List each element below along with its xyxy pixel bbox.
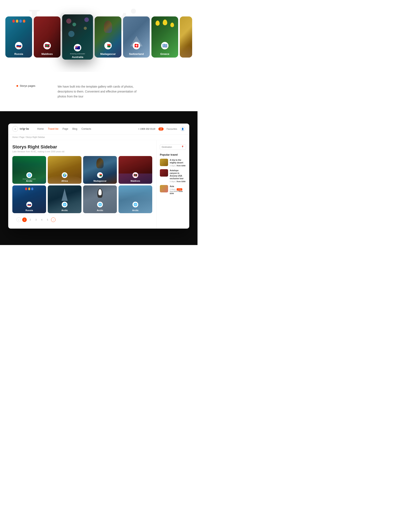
popular-days-asia: 5 days: [170, 188, 175, 190]
balloon-red: [12, 20, 15, 23]
card-flag-madagascar: 🇲🇬: [104, 42, 112, 49]
grid-label-arctic4: Arctic: [119, 209, 152, 211]
story-card-madagascar[interactable]: 🇲🇬 Madagascar: [95, 16, 121, 58]
grid-card-arctic2[interactable]: 🌐 Arctic: [48, 185, 82, 213]
grid-card-maldives[interactable]: 🇲🇻 Maldives: [119, 156, 152, 184]
story-cards-row: 🇷🇺 Russia 🇲🇻 Maldives 🇦🇺 Amazing underwa…: [0, 0, 198, 72]
nav-link-blog[interactable]: Blog: [72, 128, 77, 130]
page-2-button[interactable]: 2: [28, 217, 33, 222]
popular-item-desert: A trip to the mighty desert 5 days | fro…: [160, 159, 186, 167]
jelly-5: [68, 31, 74, 37]
search-icon: 👤: [181, 128, 184, 130]
grid-card-arctic[interactable]: 🌐 Amazing underwater Arctic: [12, 156, 46, 184]
nav-link-contacts[interactable]: Contacts: [82, 128, 91, 130]
nav-link-page[interactable]: Page: [63, 128, 68, 130]
nav-logo-icon: ⊙: [12, 126, 18, 132]
story-card-russia[interactable]: 🇷🇺 Russia: [5, 16, 32, 58]
location-pin-icon: 📍: [181, 145, 184, 149]
nav-phone: + 1909 202 0119: [138, 128, 155, 130]
popular-item-canyon: Antelope canyon in Arizona USA exclusive…: [160, 169, 186, 183]
sidebar-search-box[interactable]: 📍: [160, 144, 186, 150]
page-5-button[interactable]: 5: [45, 217, 50, 222]
destination-input[interactable]: [162, 146, 180, 148]
section-description: We have built into the template gallery …: [58, 84, 140, 99]
grid-flag-arctic2: 🌐: [62, 202, 67, 207]
story-card-maldives[interactable]: 🇲🇻 Maldives: [34, 16, 60, 58]
popular-thumb-asia: [160, 185, 168, 192]
logo-icon-text: ⊙: [14, 128, 16, 130]
hero-section: Interesting Storys 🇷🇺 Russia 🇲🇻 Maldives: [0, 0, 198, 72]
card-flag-switzerland: 🇨🇭: [133, 42, 140, 49]
story-card-greece[interactable]: 🇬🇷 Greece: [151, 16, 178, 58]
grid-flag-russia: 🇷🇺: [26, 202, 32, 207]
jelly-4: [84, 27, 87, 30]
nav-fav-badge: 14: [159, 128, 164, 130]
grid-card-arctic3[interactable]: 🌐 Arctic: [83, 185, 117, 213]
nav-link-home[interactable]: Home: [37, 128, 44, 130]
popular-travel-title: Popular travel: [160, 153, 186, 156]
card-flag-russia: 🇷🇺: [15, 42, 22, 49]
nav-link-travel[interactable]: Travel list: [48, 128, 58, 130]
page-title: Storys Right Sidebar: [12, 144, 152, 150]
card-flag-maldives: 🇲🇻: [44, 42, 51, 49]
card-label-australia: Australia: [62, 55, 93, 59]
sidebar: 📍 Popular travel A trip to the mighty de…: [156, 140, 189, 229]
story-card-switzerland[interactable]: 🇨🇭 Switzerland: [123, 16, 150, 58]
popular-days-desert: 5 days: [170, 165, 175, 167]
page-3-button[interactable]: 3: [34, 217, 38, 222]
story-card-australia[interactable]: 🇦🇺 Amazing underwater Australia: [62, 14, 93, 60]
grid-flag-arctic: 🌐: [26, 172, 32, 178]
grid-flag-maldives: 🇲🇻: [132, 172, 138, 178]
lemon-3: [163, 20, 167, 25]
iceberg-shape: [60, 188, 70, 201]
balloon-blue: [19, 20, 22, 23]
nav-search-button[interactable]: 👤: [180, 126, 185, 131]
prev-icon: ←: [18, 219, 20, 221]
popular-price-desert: from $356: [177, 165, 186, 167]
card-label-madagascar: Madagascar: [95, 52, 121, 55]
grid-card-madagascar[interactable]: 🇲🇬 Madagascar: [83, 156, 117, 184]
nav-fav-label: Favourites: [167, 128, 177, 130]
jelly-2: [72, 23, 76, 26]
browser-window: ⊙ trip·in Home Travel list Page Blog Con…: [8, 124, 189, 229]
grid-label-arctic: Arctic: [12, 180, 46, 182]
grid-flag-africa: 🌍: [62, 172, 67, 178]
grid-label-arctic2: Arctic: [48, 209, 82, 211]
card-bg-maldives: [34, 16, 60, 58]
balloon-sm-red: [25, 188, 27, 190]
popular-name-canyon: Antelope canyon in Arizona USA exclusive…: [170, 169, 186, 180]
balloon-orange: [23, 20, 25, 23]
grid-card-russia[interactable]: 🇷🇺 Russia: [12, 185, 46, 213]
content-area: Storys Right Sidebar Latin literature fr…: [8, 140, 156, 229]
popular-meta-desert: 5 days | from $356: [170, 165, 186, 167]
browser-navbar: ⊙ trip·in Home Travel list Page Blog Con…: [8, 124, 189, 134]
nav-right: + 1909 202 0119 14 Favourites 👤: [138, 126, 185, 131]
prev-page-button[interactable]: ←: [16, 217, 21, 222]
browser-section: ⊙ trip·in Home Travel list Page Blog Con…: [0, 111, 198, 245]
popular-name-asia: Asia: [170, 185, 186, 188]
popular-name-desert: A trip to the mighty desert: [170, 159, 186, 164]
popular-info-canyon: Antelope canyon in Arizona USA exclusive…: [170, 169, 186, 183]
story-card-africa[interactable]: [180, 16, 192, 58]
next-page-button[interactable]: →: [51, 217, 55, 222]
balloons-decoration: [5, 20, 32, 23]
breadcrumb: Home / Page / Storys Right Sidebar: [8, 134, 189, 140]
popular-days-canyon: 5 days: [170, 181, 175, 183]
balloons-decoration-sm: [12, 188, 46, 190]
card-bg-russia: [5, 16, 32, 58]
grid-card-arctic4[interactable]: 🌐 Arctic: [119, 185, 152, 213]
popular-meta-canyon: 5 days | from $356: [170, 181, 186, 183]
old-price-asia: from $356: [170, 190, 178, 192]
nav-logo-area: ⊙ trip·in: [12, 126, 29, 132]
grid-label-madagascar: Madagascar: [83, 180, 117, 182]
popular-price-canyon: from $356: [177, 181, 186, 183]
page-4-button[interactable]: 4: [39, 217, 44, 222]
grid-label-maldives: Maldives: [119, 180, 152, 182]
card-sublabel-australia: Amazing underwater: [62, 53, 93, 55]
card-flag-australia: 🇦🇺: [74, 44, 81, 51]
grid-flag-madagascar: 🇲🇬: [97, 172, 103, 178]
grid-card-africa[interactable]: 🌍 Africa: [48, 156, 82, 184]
page-1-button[interactable]: 1: [22, 217, 27, 222]
card-label-russia: Russia: [5, 52, 32, 55]
lemon-1: [155, 21, 160, 26]
